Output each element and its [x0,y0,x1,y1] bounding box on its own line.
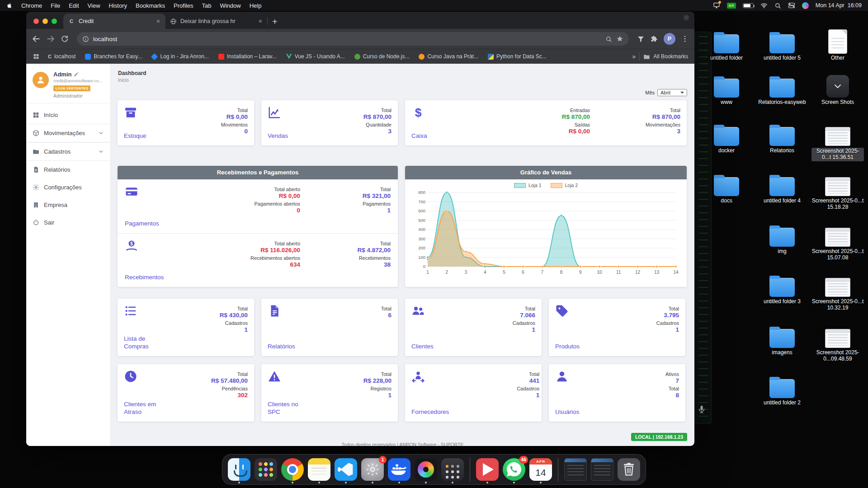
keyboard-layout-badge[interactable]: BR [727,3,736,9]
dock-chrome[interactable] [281,458,304,481]
desktop-icon-screenshot-2025-0-t-15-07-08[interactable]: Screenshot 2025-0...t 15.07.08 [811,222,864,261]
close-window-button[interactable] [33,19,39,24]
tab-search-button[interactable] [684,15,689,20]
browser-menu-icon[interactable] [681,35,689,43]
desktop-icon-screenshot-2025-0-t-15-18-28[interactable]: Screenshot 2025-0...t 15.18.28 [811,172,864,211]
desktop-icon-docker[interactable]: docker [700,122,753,154]
menu-bar-item-window[interactable]: Window [220,2,241,9]
desktop-icon-screenshot-2025-0-t-15-36-51[interactable]: Screenshot 2025-0...t 15.36.51 [811,122,864,161]
desktop-icon-docs[interactable]: docs [700,172,753,204]
sidebar-item-movimentacoes[interactable]: Movimentações [26,124,110,142]
dock-redapp[interactable] [476,458,499,481]
wifi-icon[interactable] [760,2,768,9]
desktop-icon-untitled-folder[interactable]: untitled folder [700,29,753,61]
sidebar-item-configuracoes[interactable]: Configurações [26,178,110,196]
display-status-icon[interactable] [713,2,720,9]
apps-grid-icon[interactable] [33,53,40,60]
reload-button[interactable] [61,35,69,43]
extensions-icon[interactable] [650,35,658,43]
menu-bar-clock[interactable]: Mon 14 Apr 16:09 [816,2,862,9]
bookmark-star-icon[interactable] [616,35,623,42]
menu-bar-item-profiles[interactable]: Profiles [174,2,193,9]
vendas-card[interactable]: VendasTotalR$ 870,00Quantidade3 [261,100,398,145]
dock-finder[interactable] [228,458,250,481]
month-select[interactable]: Abril [657,89,687,96]
menu-bar-item-view[interactable]: View [88,2,100,9]
bookmark-curso-java-na-prat[interactable]: Curso Java na Prát... [419,53,478,60]
sidebar-item-sair[interactable]: Sair [26,214,110,231]
apple-menu-icon[interactable] [6,2,13,9]
site-info-icon[interactable] [82,36,89,42]
close-tab-icon[interactable]: × [156,18,161,25]
dock-window2[interactable] [591,458,613,481]
desktop-icon-untitled-folder-2[interactable]: untitled folder 2 [755,374,809,406]
desktop-icon-screenshot-2025-0-09-48-59[interactable]: Screenshot 2025-0...09.48.59 [811,324,864,362]
desktop-icon-untitled-folder-3[interactable]: untitled folder 3 [755,272,809,305]
minimize-window-button[interactable] [42,19,48,24]
relatorios-card[interactable]: RelatóriosTotal6 [261,299,398,356]
menu-bar-item-file[interactable]: File [51,2,60,9]
menu-bar-item-edit[interactable]: Edit [69,2,79,9]
edit-profile-icon[interactable] [74,72,79,77]
produtos-card[interactable]: ProdutosTotal3.795Cadastros1 [549,299,685,356]
forward-button[interactable] [46,34,55,43]
recebimentos-row[interactable]: $RecebimentosTotal abertoR$ 116.026,00Re… [118,233,398,287]
dock-window1[interactable] [564,458,587,481]
dock-calculator[interactable] [441,458,464,481]
menu-bar-item-chrome[interactable]: Chrome [21,2,42,9]
dock-whatsapp[interactable]: 46 [503,458,525,481]
zoom-window-button[interactable] [52,19,57,24]
dock-docker[interactable] [388,458,410,481]
sidebar-item-relatorios[interactable]: Relatórios [26,161,110,178]
desktop-icon-img[interactable]: img [755,222,809,255]
bookmark-localhost[interactable]: Clocalhost [48,53,75,60]
menu-bar-item-history[interactable]: History [109,2,127,9]
all-bookmarks-button[interactable]: All Bookmarks [643,53,688,60]
desktop-icon-screenshot-2025-0-t-10-32-19[interactable]: Screenshot 2025-0...t 10.32.19 [811,272,864,311]
control-center-icon[interactable] [788,2,795,9]
dock-calendar[interactable]: APR14 [529,458,552,481]
estoque-card[interactable]: EstoqueTotalR$ 0,00Movimentos0 [118,100,254,145]
dock-settings[interactable]: 1 [361,458,384,481]
desktop-icon-imagens[interactable]: imagens [755,324,809,356]
sidebar-item-cadastros[interactable]: Cadastros [26,142,110,161]
dock-trash[interactable] [618,458,640,481]
dock-launchpad[interactable] [255,458,277,481]
desktop-icon-other[interactable]: Other [811,29,864,61]
desktop-icon-untitled-folder-5[interactable]: untitled folder 5 [755,29,809,61]
bookmark-curso-de-node-js[interactable]: Curso de Node.js... [354,53,410,60]
siri-icon[interactable] [802,2,809,9]
clientes-no-spc-card[interactable]: Clientes no SPCTotalR$ 228,00Registros1 [261,364,398,422]
menu-bar-item-help[interactable]: Help [250,2,262,9]
bookmark-vue-js-usando-a[interactable]: Vue JS - Usando A... [286,53,345,60]
spotlight-icon[interactable] [774,2,781,9]
desktop-icon-screen-shots[interactable]: Screen Shots [811,73,864,106]
tab-credit[interactable]: C Credit × [63,14,165,29]
lista-de-compras-card[interactable]: Lista de ComprasTotalR$ 430,00Cadastros1 [118,299,254,356]
dock-notes[interactable] [308,458,330,481]
caixa-card[interactable]: $CaixaEntradasR$ 870,00SaídasR$ 0,00Tota… [405,100,687,145]
back-button[interactable] [32,34,41,43]
dock-vscode[interactable] [335,458,357,481]
tab-deixar-linha-grossa[interactable]: Deixar linha grossa hr × [165,14,268,29]
sidebar-item-inicio[interactable]: Início [26,106,110,124]
close-tab-icon[interactable]: × [258,18,263,25]
legend-item-loja-1[interactable]: Loja 1 [514,183,542,188]
menu-bar-item-tab[interactable]: Tab [202,2,211,9]
bookmark-log-in-jira-anron[interactable]: Log in - Jira Anron... [151,53,208,60]
bookmarks-overflow-icon[interactable]: » [632,53,636,60]
fornecedores-card[interactable]: FornecedoresTotal441Cadastros1 [405,364,542,422]
clientes-card[interactable]: ClientesTotal7.066Cadastros1 [405,299,542,356]
filter-extension-icon[interactable] [637,35,645,43]
address-bar[interactable]: localhost [77,32,629,46]
search-icon[interactable] [605,36,612,42]
profile-avatar[interactable]: P [664,33,675,45]
menu-bar-item-bookmarks[interactable]: Bookmarks [136,2,165,9]
bookmark-branches-for-easy[interactable]: Branches for Easy... [85,53,142,60]
desktop-icon-www[interactable]: www [700,73,753,106]
bookmark-python-for-data-sc[interactable]: Python for Data Sc... [488,53,547,60]
pagamentos-row[interactable]: PagamentosTotal abertoR$ 0,00Pagamentos … [118,179,398,233]
dock-media[interactable] [415,458,437,481]
clientes-em-atraso-card[interactable]: Clientes em AtrasoTotalR$ 57.480,00Pendê… [118,364,254,422]
desktop-icon-relatorios-easyweb[interactable]: Relatorios-easyweb [755,73,809,106]
